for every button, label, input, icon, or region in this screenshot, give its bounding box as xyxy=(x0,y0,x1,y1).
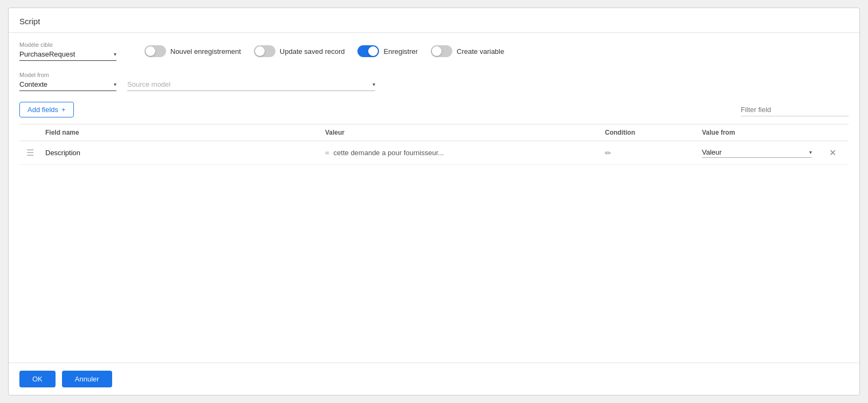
table-header: Field name Valeur Condition Value from xyxy=(19,124,849,141)
target-model-select[interactable]: PurchaseRequest ▾ xyxy=(19,50,116,61)
header-valeur: Valeur xyxy=(321,129,601,136)
header-condition: Condition xyxy=(601,129,698,136)
filter-field-input[interactable] xyxy=(741,103,849,116)
toolbar-row: Add fields + xyxy=(19,102,849,117)
model-from-select[interactable]: Contexte ▾ xyxy=(19,80,116,91)
model-from-group: Model from Contexte ▾ xyxy=(19,72,116,91)
toggle-create-var-label: Create variable xyxy=(457,47,504,55)
toggle-enregistrer: Enregistrer xyxy=(357,45,418,57)
dialog-footer: OK Annuler xyxy=(9,363,859,395)
toggle-nouvel-knob xyxy=(146,46,155,56)
value-from-cell: Valeur ▾ xyxy=(698,148,816,158)
row-delete-cell: ✕ xyxy=(816,148,849,158)
header-value-from: Value from xyxy=(698,129,816,136)
source-model-arrow: ▾ xyxy=(373,81,375,87)
value-text: cette demande a pour fournisseur... xyxy=(334,149,444,157)
add-fields-icon: + xyxy=(61,106,66,114)
toggle-update: Update saved record xyxy=(254,45,345,57)
table-row: ☰ Description = cette demande a pour fou… xyxy=(19,141,849,165)
script-dialog: Script Modèle cible PurchaseRequest ▾ No… xyxy=(8,8,860,395)
toggle-enregistrer-knob xyxy=(368,46,378,56)
row-2: Model from Contexte ▾ Source model ▾ xyxy=(19,72,849,91)
add-fields-button[interactable]: Add fields + xyxy=(19,102,74,117)
dialog-body: Modèle cible PurchaseRequest ▾ Nouvel en… xyxy=(9,33,859,363)
field-name-cell: Description xyxy=(41,149,321,157)
model-from-label: Model from xyxy=(19,72,116,78)
header-field-name: Field name xyxy=(41,129,321,136)
equals-sign: = xyxy=(325,149,329,157)
toggle-update-label: Update saved record xyxy=(280,47,345,55)
toggles-group: Nouvel enregistrement Update saved recor… xyxy=(144,45,504,57)
toggle-create-var-knob xyxy=(432,46,442,56)
model-from-value: Contexte xyxy=(19,80,109,88)
cancel-button[interactable]: Annuler xyxy=(62,371,112,387)
toggle-nouvel-switch[interactable] xyxy=(144,45,166,57)
dialog-title: Script xyxy=(9,8,859,33)
edit-icon[interactable]: ✏ xyxy=(605,149,611,157)
model-from-arrow: ▾ xyxy=(114,81,116,87)
toggle-update-switch[interactable] xyxy=(254,45,275,57)
source-model-select[interactable]: Source model ▾ xyxy=(127,80,375,91)
value-cell: = cette demande a pour fournisseur... xyxy=(321,149,601,157)
target-model-label: Modèle cible xyxy=(19,41,116,48)
toggle-update-knob xyxy=(255,46,265,56)
header-actions xyxy=(816,129,849,136)
toggle-create-var: Create variable xyxy=(431,45,504,57)
value-from-select[interactable]: Valeur ▾ xyxy=(702,148,812,158)
condition-cell: ✏ xyxy=(601,149,698,157)
toggle-nouvel: Nouvel enregistrement xyxy=(144,45,241,57)
toggle-enregistrer-switch[interactable] xyxy=(357,45,379,57)
target-model-value: PurchaseRequest xyxy=(19,50,109,58)
header-drag xyxy=(19,129,41,136)
toggle-create-var-switch[interactable] xyxy=(431,45,452,57)
toggle-nouvel-label: Nouvel enregistrement xyxy=(170,47,241,55)
target-model-group: Modèle cible PurchaseRequest ▾ xyxy=(19,41,116,61)
drag-handle[interactable]: ☰ xyxy=(19,148,41,158)
target-model-arrow: ▾ xyxy=(114,51,116,57)
ok-button[interactable]: OK xyxy=(19,371,56,387)
value-from-arrow: ▾ xyxy=(809,149,812,155)
delete-row-button[interactable]: ✕ xyxy=(827,148,838,158)
source-model-placeholder: Source model xyxy=(127,80,368,88)
value-from-text: Valeur xyxy=(702,148,805,156)
add-fields-label: Add fields xyxy=(27,106,58,114)
row-1: Modèle cible PurchaseRequest ▾ Nouvel en… xyxy=(19,41,849,61)
toggle-enregistrer-label: Enregistrer xyxy=(383,47,418,55)
